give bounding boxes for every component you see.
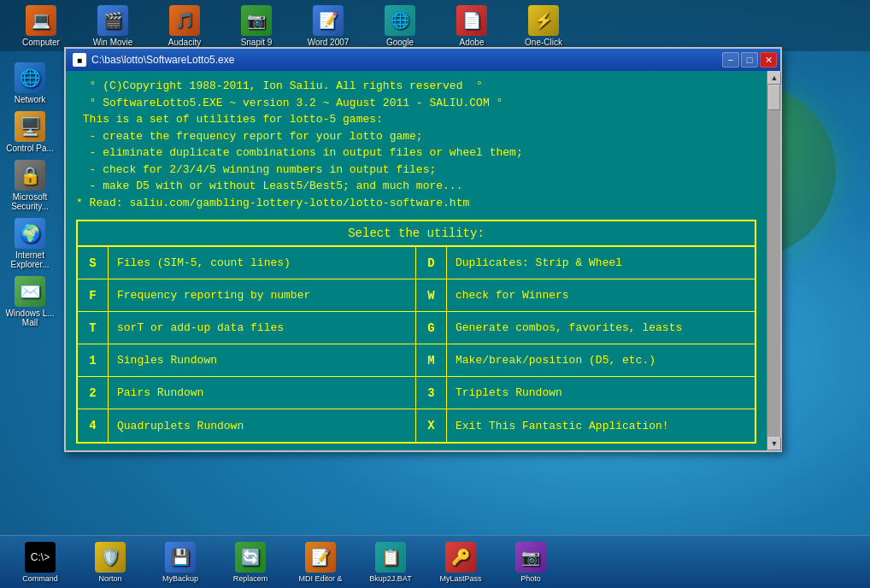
security-icon: 🔒 — [15, 160, 45, 191]
window-icon: ■ — [73, 53, 86, 67]
sidebar-item-controlpanel[interactable]: 🖥️ Control Pa... — [3, 111, 57, 153]
console-line-0: ° (C)Copyright 1988-2011, Ion Saliu. All… — [76, 78, 756, 95]
row-label-quadruplets: Quadruplets Rundown — [109, 409, 415, 442]
taskbar-bottom-command[interactable]: C:\> Command — [7, 539, 73, 585]
sidebar-mail-label: Windows L... Mail — [3, 309, 57, 327]
taskbar-bottom-norton-label: Norton — [98, 574, 121, 583]
taskbar-google[interactable]: 🌐 Google — [366, 2, 434, 50]
taskbar-word[interactable]: 📝 Word 2007 — [294, 2, 362, 50]
mdieditor-icon: 📝 — [305, 542, 336, 573]
sidebar-controlpanel-label: Control Pa... — [6, 144, 54, 153]
console-line-3: - create the frequency report for your l… — [76, 128, 756, 145]
taskbar-bottom-mdieditor[interactable]: 📝 MDI Editor & — [287, 539, 354, 585]
table-row[interactable]: G Generate combos, favorites, leasts — [416, 312, 755, 344]
table-row[interactable]: 3 Triplets Rundown — [416, 377, 755, 409]
row-key-4: 4 — [78, 409, 109, 442]
mail-icon: ✉️ — [15, 276, 45, 307]
taskbar-snapit[interactable]: 📷 Snapit 9 — [222, 2, 291, 50]
taskbar-oneclick[interactable]: ⚡ One-Click — [509, 2, 578, 50]
taskbar-winmovie[interactable]: 🎬 Win Movie — [79, 2, 147, 50]
sidebar-icons: 🌐 Network 🖥️ Control Pa... 🔒 Microsoft S… — [0, 56, 60, 532]
taskbar-audacity[interactable]: 🎵 Audacity — [150, 2, 219, 50]
taskbar-bottom-mylastpass[interactable]: 🔑 MyLastPass — [427, 539, 494, 585]
window-scrollbar[interactable]: ▲ ▼ — [767, 71, 780, 450]
titlebar-buttons: − □ ✕ — [722, 52, 777, 68]
sidebar-item-network[interactable]: 🌐 Network — [3, 62, 57, 104]
google-icon: 🌐 — [385, 5, 415, 36]
taskbar-audacity-label: Audacity — [168, 38, 201, 47]
mybackup-icon: 💾 — [165, 542, 196, 573]
table-row[interactable]: F Frequency reporting by number — [78, 279, 415, 312]
taskbar-bottom-bkup2j-label: Bkup2J.BAT — [369, 574, 411, 583]
console-line-2: This is a set of utilities for lotto-5 g… — [76, 111, 756, 128]
console-line-5: - check for 2/3/4/5 winning numbers in o… — [76, 162, 756, 179]
bkup2j-icon: 📋 — [375, 542, 406, 573]
table-row[interactable]: D Duplicates: Strip & Wheel — [416, 247, 755, 279]
row-key-t: T — [78, 312, 109, 344]
sidebar-item-mail[interactable]: ✉️ Windows L... Mail — [3, 276, 57, 327]
row-label-make: Make/break/position (D5, etc.) — [447, 344, 755, 376]
row-key-g: G — [416, 312, 447, 344]
taskbar-snapit-label: Snapit 9 — [241, 38, 273, 47]
table-header: Select the utility: — [78, 221, 755, 247]
network-icon: 🌐 — [15, 62, 45, 93]
sidebar-item-ie[interactable]: 🌍 Internet Explorer... — [3, 218, 57, 269]
table-grid: S Files (SIM-5, count lines) F Frequency… — [78, 247, 755, 442]
scroll-up-button[interactable]: ▲ — [767, 71, 781, 85]
word-icon: 📝 — [313, 5, 344, 36]
table-row[interactable]: 4 Quadruplets Rundown — [78, 409, 415, 442]
row-label-pairs: Pairs Rundown — [109, 377, 415, 409]
scroll-down-button[interactable]: ▼ — [767, 437, 781, 450]
row-label-generate: Generate combos, favorites, leasts — [447, 312, 755, 344]
close-button[interactable]: ✕ — [760, 52, 777, 68]
maximize-button[interactable]: □ — [741, 52, 758, 68]
taskbar-bottom-norton[interactable]: 🛡️ Norton — [77, 539, 144, 585]
taskbar-word-label: Word 2007 — [308, 38, 350, 47]
table-right-column: D Duplicates: Strip & Wheel W check for … — [416, 247, 755, 442]
table-row[interactable]: 2 Pairs Rundown — [78, 377, 415, 409]
sidebar-item-security[interactable]: 🔒 Microsoft Security... — [3, 160, 57, 211]
row-key-s: S — [78, 247, 109, 279]
table-row[interactable]: T sorT or add-up data files — [78, 312, 415, 344]
main-window: ■ C:\bas\lotto\SoftwareLotto5.exe − □ ✕ … — [64, 47, 782, 452]
table-row[interactable]: S Files (SIM-5, count lines) — [78, 247, 415, 279]
row-label-files: Files (SIM-5, count lines) — [109, 247, 415, 279]
row-label-sort: sorT or add-up data files — [109, 312, 415, 344]
table-row[interactable]: X Exit This Fantastic Application! — [416, 409, 755, 442]
scroll-thumb[interactable] — [768, 85, 780, 110]
taskbar-bottom-photo[interactable]: 📷 Photo — [497, 539, 564, 585]
console-line-7: * Read: saliu.com/gambling-lottery-lotto… — [76, 195, 756, 212]
taskbar-computer[interactable]: 💻 Computer — [7, 2, 75, 50]
taskbar-bottom: C:\> Command 🛡️ Norton 💾 MyBackup 🔄 Repl… — [0, 535, 870, 588]
oneclick-icon: ⚡ — [528, 5, 559, 36]
taskbar-bottom-replacem-label: Replacem — [233, 574, 268, 583]
table-row[interactable]: 1 Singles Rundown — [78, 344, 415, 377]
taskbar-bottom-bkup2j[interactable]: 📋 Bkup2J.BAT — [357, 539, 424, 585]
row-label-duplicates: Duplicates: Strip & Wheel — [447, 247, 755, 279]
window-content-area: ° (C)Copyright 1988-2011, Ion Saliu. All… — [66, 71, 780, 450]
taskbar-bottom-command-label: Command — [22, 574, 58, 583]
console-line-6: - make D5 with or without Least5/Best5; … — [76, 178, 756, 195]
command-icon: C:\> — [25, 542, 56, 573]
row-key-m: M — [416, 344, 447, 376]
controlpanel-icon: 🖥️ — [15, 111, 45, 142]
row-key-1: 1 — [78, 344, 109, 376]
utility-select-table: Select the utility: S Files (SIM-5, coun… — [76, 220, 756, 444]
row-key-f: F — [78, 279, 109, 311]
taskbar-bottom-mybackup-label: MyBackup — [162, 574, 198, 583]
taskbar-bottom-mybackup[interactable]: 💾 MyBackup — [147, 539, 214, 585]
window-title-text: C:\bas\lotto\SoftwareLotto5.exe — [91, 54, 234, 66]
console-text-block: ° (C)Copyright 1988-2011, Ion Saliu. All… — [76, 78, 756, 211]
taskbar-bottom-photo-label: Photo — [520, 574, 541, 583]
row-key-w: W — [416, 279, 447, 311]
minimize-button[interactable]: − — [722, 52, 739, 68]
taskbar-bottom-replacem[interactable]: 🔄 Replacem — [217, 539, 284, 585]
table-row[interactable]: M Make/break/position (D5, etc.) — [416, 344, 755, 377]
taskbar-google-label: Google — [386, 38, 414, 47]
table-row[interactable]: W check for Winners — [416, 279, 755, 312]
taskbar-winmovie-label: Win Movie — [93, 38, 133, 47]
row-label-singles: Singles Rundown — [109, 344, 415, 376]
sidebar-ie-label: Internet Explorer... — [3, 250, 57, 269]
taskbar-adobe[interactable]: 📄 Adobe — [438, 2, 506, 50]
snapit-icon: 📷 — [241, 5, 272, 36]
